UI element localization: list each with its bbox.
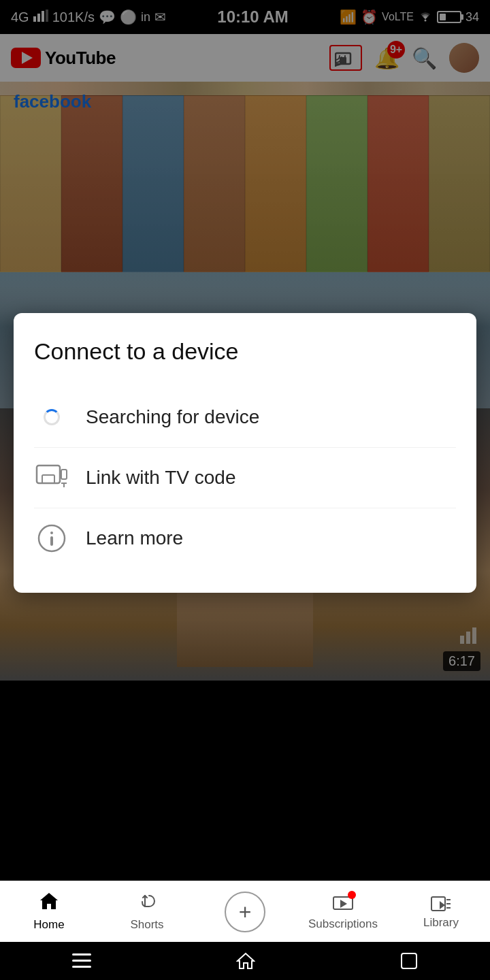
svg-rect-12 xyxy=(42,475,54,483)
android-back-icon xyxy=(400,952,418,970)
library-icon xyxy=(430,894,452,913)
tv-code-label: Link with TV code xyxy=(86,467,236,489)
svg-point-17 xyxy=(50,532,53,534)
learn-more-label: Learn more xyxy=(86,527,183,549)
android-home-button[interactable] xyxy=(236,951,255,970)
nav-item-shorts[interactable]: Shorts xyxy=(98,886,196,937)
plus-icon: + xyxy=(239,901,252,923)
svg-rect-26 xyxy=(72,960,91,962)
connect-to-device-modal: Connect to a device Searching for device… xyxy=(14,313,476,593)
home-icon xyxy=(39,892,59,915)
svg-rect-28 xyxy=(402,953,416,968)
svg-rect-18 xyxy=(50,536,53,546)
svg-rect-27 xyxy=(72,966,91,968)
home-label: Home xyxy=(33,918,64,932)
spinner xyxy=(44,409,60,425)
create-button[interactable]: + xyxy=(225,892,265,932)
nav-item-home[interactable]: Home xyxy=(0,886,98,937)
nav-item-subscriptions[interactable]: Subscriptions xyxy=(294,887,392,936)
android-navigation-bar xyxy=(0,942,490,980)
svg-rect-13 xyxy=(61,470,67,479)
searching-label: Searching for device xyxy=(86,406,259,428)
learn-more-item[interactable]: Learn more xyxy=(34,508,456,568)
info-icon xyxy=(34,521,69,556)
shorts-icon xyxy=(137,892,157,915)
subscriptions-label: Subscriptions xyxy=(308,917,378,931)
subscriptions-notification-dot xyxy=(348,891,356,899)
android-home-icon xyxy=(236,951,255,970)
svg-marker-21 xyxy=(440,901,445,909)
subscriptions-icon-wrapper xyxy=(332,893,354,915)
library-label: Library xyxy=(423,916,459,930)
nav-item-create[interactable]: + xyxy=(196,886,294,938)
nav-item-library[interactable]: Library xyxy=(392,889,490,935)
searching-for-device-item[interactable]: Searching for device xyxy=(34,387,456,448)
tv-code-icon xyxy=(34,460,69,495)
link-tv-code-item[interactable]: Link with TV code xyxy=(34,448,456,508)
svg-rect-25 xyxy=(72,953,91,956)
menu-icon xyxy=(72,953,91,968)
searching-spinner-icon xyxy=(34,399,69,435)
modal-title: Connect to a device xyxy=(34,338,456,365)
android-back-button[interactable] xyxy=(400,952,418,970)
shorts-label: Shorts xyxy=(130,918,163,932)
bottom-navigation: Home Shorts + Subscriptions xyxy=(0,881,490,942)
android-menu-button[interactable] xyxy=(72,953,91,968)
